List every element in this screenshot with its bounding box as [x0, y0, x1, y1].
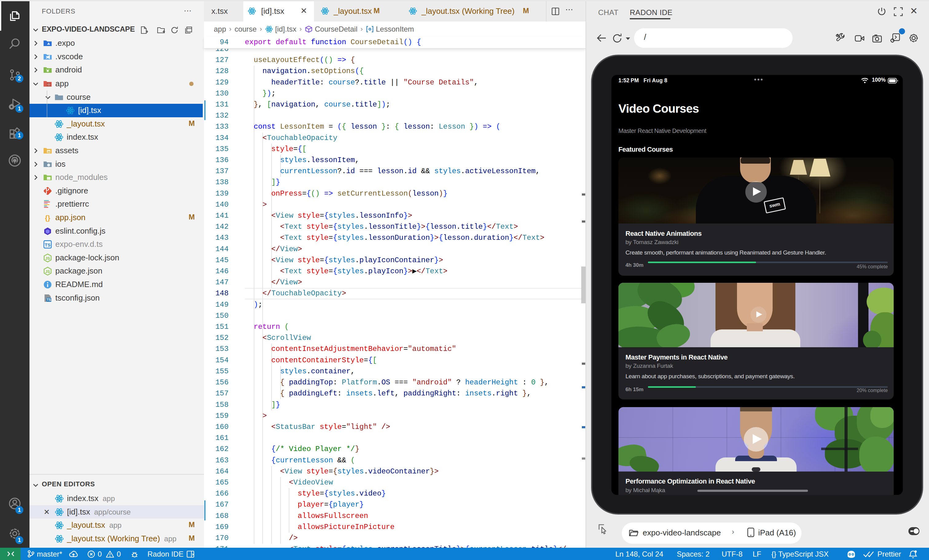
svg-text:JS: JS [45, 256, 50, 261]
svg-text:{}: {} [45, 214, 51, 222]
svg-text:JS: JS [45, 269, 50, 274]
svg-text:TS: TS [44, 242, 51, 248]
svg-text:TS: TS [47, 298, 51, 301]
